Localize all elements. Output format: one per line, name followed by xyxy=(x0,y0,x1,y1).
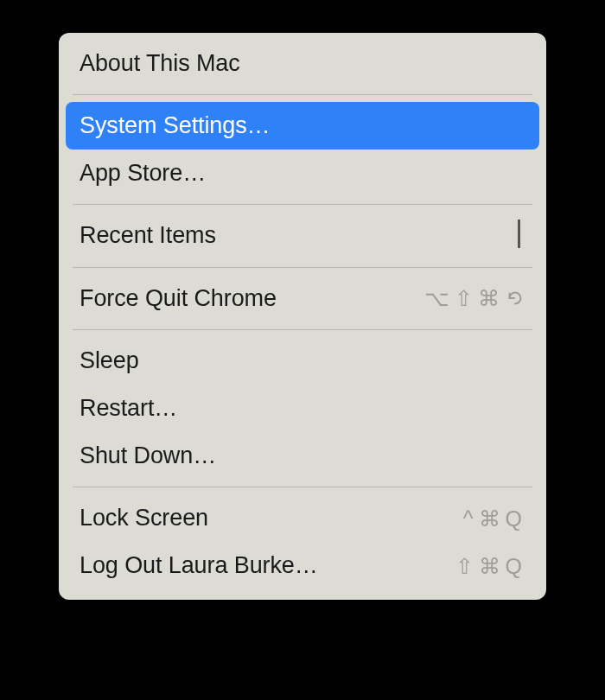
escape-key-icon xyxy=(505,288,525,309)
menu-item-shut-down[interactable]: Shut Down… xyxy=(59,432,546,480)
menu-item-label: App Store… xyxy=(80,156,525,190)
menu-item-lock-screen[interactable]: Lock Screen ^ ⌘ Q xyxy=(59,494,546,542)
chevron-right-icon xyxy=(518,219,525,252)
command-key-icon: ⌘ xyxy=(479,550,504,582)
menu-separator xyxy=(73,487,532,487)
keyboard-shortcut: ^ ⌘ Q xyxy=(463,503,525,534)
menu-item-label: Recent Items xyxy=(80,219,518,252)
shift-key-icon: ⇧ xyxy=(455,550,477,582)
menu-item-label: Restart… xyxy=(80,391,525,425)
menu-item-label: Shut Down… xyxy=(80,439,525,473)
menu-item-label: Force Quit Chrome xyxy=(80,282,424,315)
menu-item-force-quit[interactable]: Force Quit Chrome ⌥ ⇧ ⌘ xyxy=(59,275,546,322)
menu-item-label: Lock Screen xyxy=(80,501,463,535)
menu-item-label: System Settings… xyxy=(80,109,525,143)
menu-item-restart[interactable]: Restart… xyxy=(59,385,546,432)
menu-item-about-this-mac[interactable]: About This Mac xyxy=(59,40,546,87)
keyboard-shortcut: ⇧ ⌘ Q xyxy=(455,550,525,582)
option-key-icon: ⌥ xyxy=(424,283,453,314)
menu-item-label: About This Mac xyxy=(80,47,525,80)
menu-item-label: Sleep xyxy=(80,344,525,378)
menu-item-log-out[interactable]: Log Out Laura Burke… ⇧ ⌘ Q xyxy=(59,542,546,589)
command-key-icon: ⌘ xyxy=(479,503,504,534)
menu-item-recent-items[interactable]: Recent Items xyxy=(59,212,546,259)
menu-item-app-store[interactable]: App Store… xyxy=(59,150,546,197)
menu-separator xyxy=(73,94,532,95)
menu-item-sleep[interactable]: Sleep xyxy=(59,337,546,385)
q-key: Q xyxy=(506,503,525,534)
apple-menu[interactable]: About This Mac System Settings… App Stor… xyxy=(59,33,546,600)
control-key-icon: ^ xyxy=(463,503,477,534)
menu-separator xyxy=(73,329,532,330)
command-key-icon: ⌘ xyxy=(478,283,503,314)
menu-separator xyxy=(73,204,532,205)
menu-item-label: Log Out Laura Burke… xyxy=(80,549,455,582)
menu-separator xyxy=(73,267,532,268)
keyboard-shortcut: ⌥ ⇧ ⌘ xyxy=(424,283,525,314)
q-key: Q xyxy=(506,550,525,582)
shift-key-icon: ⇧ xyxy=(455,283,476,314)
menu-item-system-settings[interactable]: System Settings… xyxy=(66,102,539,150)
